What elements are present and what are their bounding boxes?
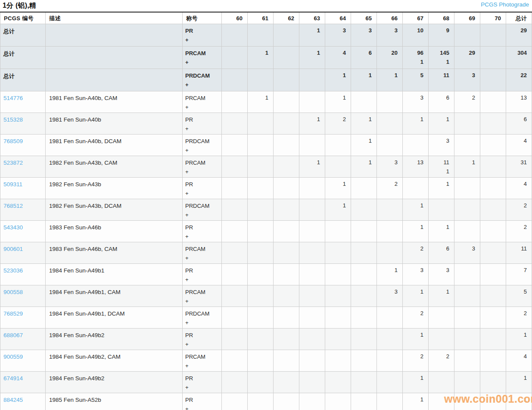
grade-64-cell [325, 156, 351, 177]
grade-count [223, 288, 243, 295]
total-count: 5 [507, 288, 527, 295]
grade-plus-count [481, 103, 501, 110]
grade-plus-count [274, 103, 294, 110]
designation-value: PR [185, 397, 220, 403]
grade-61-cell [248, 156, 274, 177]
pcgs-number-cell: 768509 [0, 134, 46, 156]
grade-count: 3 [404, 94, 423, 101]
grade-count: 1 [429, 288, 449, 295]
grade-63-cell [299, 69, 325, 91]
grade-count [378, 396, 398, 403]
grade-64-cell [325, 328, 351, 350]
pcgs-number-link[interactable]: 884245 [3, 397, 23, 403]
grade-plus-count [429, 125, 449, 131]
grade-count [300, 267, 320, 273]
grade-count [223, 138, 243, 144]
grade-plus-count [300, 362, 320, 369]
grade-count: 3 [429, 267, 449, 273]
grade-plus-count [481, 81, 501, 88]
total-count: 4 [507, 138, 527, 144]
grade-plus-count [300, 254, 320, 261]
grade-count [455, 202, 475, 209]
grade-count [326, 138, 346, 144]
designation-plus: + [185, 319, 220, 326]
pcgs-number-link[interactable]: 523872 [3, 160, 23, 166]
grade-count: 3 [455, 245, 475, 252]
grade-63-cell [299, 91, 325, 113]
grade-count: 1 [326, 72, 346, 78]
description-cell: 1981 Fen Sun-A40b, DCAM [46, 134, 183, 156]
grade-60-cell [222, 113, 248, 134]
total-cell: 31 [506, 156, 532, 177]
grade-count [326, 310, 346, 316]
total-count: 4 [507, 181, 527, 187]
grade-count [378, 116, 398, 122]
grade-69-cell [454, 24, 480, 46]
pcgs-number-link[interactable]: 543430 [3, 224, 23, 231]
pcgs-number-link[interactable]: 688067 [3, 332, 23, 338]
grade-70-cell [480, 393, 506, 410]
pcgs-number-link[interactable]: 900559 [3, 354, 23, 360]
grade-plus-count [481, 168, 501, 175]
grade-count: 1 [404, 375, 423, 381]
pcgs-number-link[interactable]: 523036 [3, 267, 23, 274]
grade-count [429, 375, 449, 381]
total-cell: 6 [506, 113, 532, 134]
grade-count [455, 267, 475, 273]
grade-70-cell [480, 46, 506, 69]
designation-cell: PR+ [183, 24, 222, 46]
grade-62-cell [274, 220, 299, 242]
grade-plus-count [352, 59, 372, 65]
grade-61-cell [248, 69, 274, 91]
table-row: 9005591984 Fen Sun-A49b2, CAMPRCAM+224 [0, 350, 532, 371]
grade-count: 1 [404, 116, 423, 122]
grade-plus-count [352, 341, 372, 347]
grade-count [249, 332, 268, 338]
grade-66-cell: 3 [377, 285, 403, 307]
photograde-link[interactable]: PCGS Photograde [481, 1, 529, 8]
grade-count: 1 [429, 181, 449, 187]
designation-cell: PRCAM+ [183, 46, 222, 69]
pcgs-number-link[interactable]: 674914 [3, 375, 23, 382]
pcgs-number-cell: 900558 [0, 285, 46, 307]
pcgs-number-link[interactable]: 768512 [3, 203, 23, 209]
grade-count [300, 72, 320, 78]
designation-plus: + [185, 298, 220, 304]
pcgs-number-link[interactable]: 900601 [3, 246, 23, 252]
designation-value: PRCAM [185, 50, 220, 56]
pcgs-number-link[interactable]: 768509 [3, 138, 23, 144]
grade-65-cell [351, 263, 377, 285]
grade-plus-count [274, 254, 294, 261]
pcgs-number-cell: 768529 [0, 307, 46, 328]
designation-cell: PR+ [183, 328, 222, 350]
grade-count [378, 353, 398, 360]
pcgs-number-link[interactable]: 900558 [3, 289, 23, 295]
grade-67-cell: 5 [403, 69, 429, 91]
col-header-grade-61: 61 [248, 12, 274, 24]
grade-67-cell: 3 [403, 91, 429, 113]
grade-count: 3 [378, 159, 398, 166]
grade-68-cell [429, 393, 454, 410]
pcgs-number-link[interactable]: 509311 [3, 181, 22, 188]
pcgs-number-cell: 688067 [0, 328, 46, 350]
grade-66-cell: 20 [377, 46, 403, 69]
pcgs-number-link[interactable]: 514776 [3, 95, 23, 101]
grade-66-cell [377, 199, 403, 220]
table-row: 9005581984 Fen Sun-A49b1, CAMPRCAM+3115 [0, 285, 532, 307]
grade-plus-count [352, 147, 372, 153]
pcgs-number-link[interactable]: 768529 [3, 310, 23, 317]
pcgs-number-link[interactable]: 515328 [3, 116, 23, 123]
grade-count: 3 [378, 27, 398, 34]
grade-plus-count [300, 297, 320, 304]
grade-63-cell [299, 371, 325, 393]
grade-count [352, 353, 372, 360]
total-count: 7 [507, 267, 527, 273]
grade-66-cell: 3 [377, 156, 403, 177]
grade-63-cell: 1 [299, 46, 325, 69]
total-cell: 29 [506, 24, 532, 46]
grade-plus-count [300, 319, 320, 325]
description-cell [46, 69, 183, 91]
grade-plus-count [429, 233, 449, 239]
grade-67-cell: 1 [403, 393, 429, 410]
grade-plus-count [249, 147, 268, 153]
